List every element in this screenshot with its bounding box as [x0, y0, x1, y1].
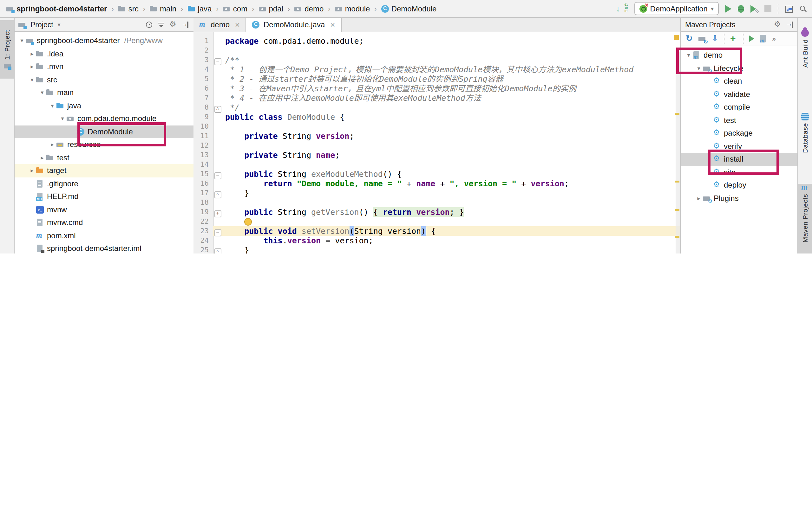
code-line-22[interactable]: 22 — [194, 217, 681, 226]
generate-sources-icon[interactable] — [699, 35, 706, 43]
code-line-8[interactable]: 8 */ — [194, 103, 681, 112]
breadcrumb-item-main[interactable]: main — [148, 4, 177, 13]
fold-marker-icon[interactable] — [213, 245, 222, 253]
project-tree-row-target[interactable]: ▸target — [14, 164, 194, 177]
code-line-11[interactable]: 11 private String version; — [194, 131, 681, 141]
project-tree-row-help-md[interactable]: HELP.md — [14, 190, 194, 203]
add-maven-project-icon[interactable] — [730, 35, 738, 43]
search-everywhere-icon[interactable] — [799, 5, 807, 12]
maven-tree-row-verify[interactable]: verify — [681, 140, 798, 153]
tree-arrow-icon[interactable]: ▸ — [695, 195, 703, 202]
inspection-status-icon[interactable] — [674, 35, 679, 40]
tree-arrow-icon[interactable]: ▾ — [18, 38, 26, 44]
project-tree-row-src[interactable]: ▾src — [14, 73, 194, 86]
project-tree-row-mvnw[interactable]: mvnw — [14, 203, 194, 216]
breadcrumb-item-pdai[interactable]: pdai — [258, 4, 285, 13]
run-configuration-select[interactable]: DemoApplication ▾ — [635, 2, 719, 15]
code-line-23[interactable]: 23 public void setVersion(String version… — [194, 226, 681, 236]
tree-arrow-icon[interactable]: ▾ — [38, 90, 46, 96]
maven-tree-row-deploy[interactable]: deploy — [681, 179, 798, 192]
hide-panel-icon[interactable] — [182, 20, 189, 28]
fold-marker-icon[interactable] — [213, 207, 222, 217]
chevron-down-icon[interactable]: ▾ — [58, 21, 61, 27]
settings-gear-icon[interactable] — [774, 20, 781, 28]
breadcrumb-item-src[interactable]: src — [117, 4, 140, 13]
download-sources-icon[interactable] — [711, 35, 719, 43]
tool-stripe-ant[interactable]: Ant Build — [798, 29, 812, 105]
tree-arrow-icon[interactable]: ▾ — [58, 116, 67, 122]
collapse-all-icon[interactable] — [157, 20, 165, 28]
code-line-14[interactable]: 14 — [194, 160, 681, 169]
tree-arrow-icon[interactable]: ▾ — [684, 52, 693, 59]
coverage-button[interactable] — [751, 5, 758, 12]
project-tree-row-demomodule[interactable]: DemoModule — [14, 125, 194, 138]
reimport-maven-icon[interactable] — [686, 35, 693, 43]
fold-marker-icon[interactable] — [213, 226, 222, 236]
project-tree-row-idea[interactable]: ▸.idea — [14, 47, 194, 60]
close-icon[interactable]: ✕ — [330, 21, 335, 28]
fold-marker-icon[interactable] — [213, 55, 222, 65]
run-button[interactable] — [725, 5, 731, 12]
select-opened-file-icon[interactable] — [145, 20, 153, 28]
project-tree-row-main[interactable]: ▾main — [14, 86, 194, 99]
warning-stripe-mark[interactable] — [675, 181, 679, 182]
maven-tree-row-compile[interactable]: compile — [681, 101, 798, 114]
code-line-4[interactable]: 4 * 1 - 创建一个Demo Project，模拟一个需要被封装的DemoM… — [194, 65, 681, 74]
breadcrumb-item-com[interactable]: com — [222, 4, 249, 13]
maven-tree-row-clean[interactable]: clean — [681, 75, 798, 88]
chevron-double-icon[interactable]: » — [772, 35, 776, 43]
tree-arrow-icon[interactable]: ▸ — [28, 51, 36, 57]
code-line-25[interactable]: 25 } — [194, 245, 681, 253]
code-line-7[interactable]: 7 * 4 - 在应用中注入DemoModule即可使用其exeModuleMe… — [194, 93, 681, 103]
hide-panel-icon[interactable] — [786, 20, 794, 28]
code-line-18[interactable]: 18 — [194, 198, 681, 207]
settings-gear-icon[interactable] — [169, 20, 177, 28]
maven-tree-row-install[interactable]: install — [681, 153, 798, 166]
tool-stripe-maven[interactable]: Maven Projects — [798, 184, 812, 253]
tree-arrow-icon[interactable]: ▾ — [28, 77, 36, 83]
fold-marker-icon[interactable] — [213, 188, 222, 198]
project-tree-row-springboot-demo4starter-iml[interactable]: springboot-demo4starter.iml — [14, 242, 194, 253]
breadcrumb-item-demomodule[interactable]: DemoModule — [380, 4, 438, 13]
fold-marker-icon[interactable] — [213, 169, 222, 179]
code-line-24[interactable]: 24 this.version = version; — [194, 236, 681, 245]
breadcrumb-item-module[interactable]: module — [334, 4, 371, 13]
code-line-1[interactable]: 1package com.pdai.demo.module; — [194, 36, 681, 46]
execute-maven-goal-icon[interactable] — [759, 35, 767, 43]
code-line-19[interactable]: 19 public String getVersion() { return v… — [194, 207, 681, 217]
project-tree-row-mvn[interactable]: ▸.mvn — [14, 60, 194, 73]
breadcrumb-item-java[interactable]: java — [186, 4, 213, 13]
tree-arrow-icon[interactable]: ▸ — [48, 142, 56, 148]
tree-arrow-icon[interactable]: ▸ — [38, 155, 46, 161]
maven-tree-row-plugins[interactable]: ▸Plugins — [681, 192, 798, 205]
tree-arrow-icon[interactable]: ▸ — [28, 64, 36, 70]
debug-button[interactable] — [738, 5, 744, 12]
tool-stripe-database[interactable]: Database — [798, 113, 812, 170]
maven-tree-row-demo[interactable]: ▾demo — [681, 49, 798, 62]
tree-arrow-icon[interactable]: ▸ — [28, 168, 36, 174]
code-line-6[interactable]: 6 * 3 - 在Maven中引入starter，且在yml中配置相应到参数即可… — [194, 83, 681, 93]
project-tree-row-resources[interactable]: ▸resources — [14, 138, 194, 151]
breadcrumb-item-demo[interactable]: demo — [293, 4, 325, 13]
maven-tree-row-site[interactable]: site — [681, 166, 798, 179]
editor-tab-demo[interactable]: demo✕ — [194, 18, 247, 32]
fold-marker-icon[interactable] — [213, 103, 222, 112]
editor-tab-demomodule-java[interactable]: DemoModule.java✕ — [247, 18, 342, 32]
code-line-3[interactable]: 3/** — [194, 55, 681, 65]
code-line-12[interactable]: 12 — [194, 141, 681, 150]
maven-tree-row-validate[interactable]: validate — [681, 88, 798, 101]
tree-arrow-icon[interactable]: ▾ — [695, 65, 703, 72]
maven-tree-row-package[interactable]: package — [681, 127, 798, 140]
run-maven-build-icon[interactable] — [749, 36, 754, 42]
tree-arrow-icon[interactable]: ▾ — [48, 103, 56, 109]
project-tree-row-test[interactable]: ▸test — [14, 151, 194, 164]
update-project-button[interactable]: 01 10 01 — [616, 4, 628, 13]
code-editor[interactable]: 1package com.pdai.demo.module;23/**4 * 1… — [194, 32, 681, 253]
code-line-15[interactable]: 15 public String exeModuleMethod() { — [194, 169, 681, 179]
code-line-9[interactable]: 9public class DemoModule { — [194, 112, 681, 122]
layout-icon[interactable] — [785, 5, 793, 12]
close-icon[interactable]: ✕ — [235, 21, 240, 28]
breadcrumb-item-springboot-demo4starter[interactable]: springboot-demo4starter — [5, 4, 108, 13]
project-tree-row-pom-xml[interactable]: pom.xml — [14, 229, 194, 242]
code-line-10[interactable]: 10 — [194, 122, 681, 131]
